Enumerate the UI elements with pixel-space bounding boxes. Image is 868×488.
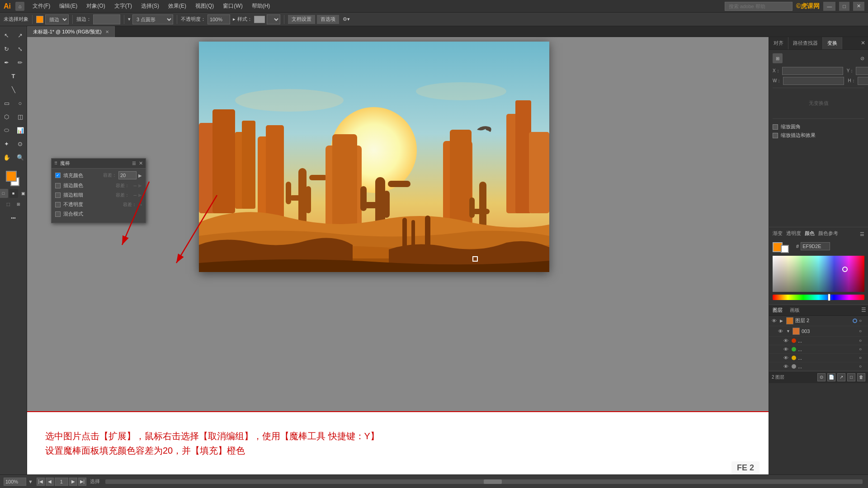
menu-effect[interactable]: 效果(E) <box>165 1 190 11</box>
sublayer-misc[interactable]: 👁 ... ○ <box>769 362 868 371</box>
tab-color-guide[interactable]: 颜色参考 <box>818 230 838 237</box>
menu-window[interactable]: 窗口(W) <box>219 1 246 11</box>
sublayer-green-eye[interactable]: 👁 <box>783 347 790 352</box>
rect-tool[interactable]: ▭ <box>0 97 13 109</box>
menu-view[interactable]: 视图(Q) <box>192 1 217 11</box>
tab-transparency[interactable]: 透明度 <box>786 230 801 237</box>
maximize-button[interactable]: □ <box>839 2 849 11</box>
menu-object[interactable]: 对象(O) <box>83 1 108 11</box>
document-tab[interactable]: 未标题-1* @ 100% (RGB/预览) ✕ <box>27 26 115 37</box>
sublayer-red[interactable]: 👁 ... ○ <box>769 337 868 345</box>
h-input[interactable] <box>858 77 868 85</box>
menu-type[interactable]: 文字(T) <box>111 1 136 11</box>
zoom-arrow[interactable]: ▼ <box>28 479 33 484</box>
layer2-eye[interactable]: 👁 <box>772 318 778 324</box>
fill-tolerance-input[interactable] <box>118 171 137 179</box>
chart-tool[interactable]: 📊 <box>14 124 27 136</box>
layer003-expand[interactable]: ▼ <box>786 329 791 333</box>
tab-color[interactable]: 颜色 <box>805 230 815 237</box>
scale-stroke-checkbox[interactable] <box>773 133 778 138</box>
y-input[interactable] <box>856 67 868 75</box>
sublayer-red-vis[interactable]: ○ <box>859 338 865 343</box>
home-button[interactable]: ⌂ <box>15 2 24 11</box>
pen-tool[interactable]: ✒ <box>0 56 13 69</box>
foreground-color[interactable] <box>6 171 17 182</box>
layers-delete[interactable]: 🗑 <box>857 373 865 381</box>
color-picker[interactable] <box>773 256 864 292</box>
type-tool[interactable]: T <box>7 70 20 82</box>
scrollbar-thumb[interactable] <box>484 479 502 484</box>
opacity-checkbox[interactable] <box>55 202 61 207</box>
layers-create-new[interactable]: 📄 <box>827 373 835 381</box>
layer003-vis[interactable]: ○ <box>859 328 865 333</box>
menu-select[interactable]: 选择(S) <box>137 1 163 11</box>
panel-close[interactable]: ✕ <box>858 37 868 49</box>
full-mode[interactable]: ▣ <box>19 189 28 198</box>
zoom-input[interactable] <box>4 478 26 486</box>
gradient-tool[interactable]: ◫ <box>14 110 27 123</box>
hex-input[interactable] <box>801 242 830 250</box>
next-page-btn[interactable]: ▶ <box>69 478 77 486</box>
style-select[interactable] <box>267 14 280 24</box>
layer2-expand[interactable]: ▶ <box>780 319 784 323</box>
select-tool[interactable]: ↖ <box>0 29 13 42</box>
menu-file[interactable]: 文件(F) <box>29 1 54 11</box>
stroke-select[interactable]: 描边 <box>45 14 69 24</box>
fill-color-checkbox[interactable]: ✓ <box>55 173 61 178</box>
sublayer-red-eye[interactable]: 👁 <box>783 338 790 343</box>
tab-align[interactable]: 对齐 <box>769 37 788 49</box>
no-transform-icon[interactable]: ⊘ <box>860 56 864 61</box>
paintbucket-tool[interactable]: ⬡ <box>0 110 13 123</box>
prefs-icon[interactable]: ⚙▾ <box>343 16 350 22</box>
layer003-eye[interactable]: 👁 <box>778 328 784 334</box>
magic-wand-tool[interactable]: ✦ <box>0 137 13 150</box>
hue-thumb[interactable] <box>828 294 830 301</box>
tab-transform[interactable]: 变换 <box>823 37 842 49</box>
sublayer-misc-eye[interactable]: 👁 <box>783 364 790 369</box>
menu-help[interactable]: 帮助(H) <box>248 1 274 11</box>
hand-tool[interactable]: ✋ <box>0 151 13 164</box>
close-button[interactable]: ✕ <box>853 2 864 11</box>
scale-tool[interactable]: ⤡ <box>14 42 27 55</box>
point-select[interactable]: 3 点圆形 <box>132 14 173 24</box>
layers-collect[interactable]: □ <box>847 373 855 381</box>
line-tool[interactable]: ╲ <box>7 83 20 96</box>
layer2-vis[interactable]: ○ <box>859 318 865 323</box>
prev-page-btn[interactable]: ◀ <box>46 478 54 486</box>
more-tools[interactable]: ••• <box>7 211 20 224</box>
tab-layers[interactable]: 图层 <box>769 305 786 315</box>
sublayer-green[interactable]: 👁 ... ○ <box>769 345 868 354</box>
style-swatch[interactable] <box>254 16 265 23</box>
tolerance-arrow[interactable]: ▶ <box>138 173 142 178</box>
sublayer-green-vis[interactable]: ○ <box>859 347 865 352</box>
horizontal-scrollbar[interactable] <box>105 479 863 484</box>
first-page-btn[interactable]: |◀ <box>37 478 45 486</box>
page-input[interactable] <box>55 478 68 486</box>
direct-select-tool[interactable]: ↗ <box>14 29 27 42</box>
menu-edit[interactable]: 编辑(E) <box>56 1 81 11</box>
bg-swatch[interactable] <box>781 245 789 253</box>
magic-wand-close[interactable]: ✕ <box>139 160 143 166</box>
opacity-input[interactable] <box>208 14 230 24</box>
search-input[interactable] <box>725 2 793 11</box>
stroke-color-checkbox[interactable] <box>55 183 61 188</box>
layers-menu[interactable]: ☰ <box>859 305 868 315</box>
w-input[interactable] <box>783 77 844 85</box>
opacity-arrow[interactable]: ▸ <box>233 16 236 22</box>
preferences-button[interactable]: 首选项 <box>317 15 339 24</box>
hue-slider[interactable] <box>773 295 864 300</box>
grid-icon[interactable]: ⊞ <box>773 53 783 63</box>
mask-mode[interactable]: ■ <box>9 189 18 198</box>
x-input[interactable] <box>782 67 843 75</box>
stroke-weight-checkbox[interactable] <box>55 192 61 198</box>
layers-make-mask[interactable]: ⊙ <box>817 373 826 381</box>
blend-mode-checkbox[interactable] <box>55 211 61 217</box>
tab-pathfinder[interactable]: 路径查找器 <box>788 37 823 49</box>
ellipse-tool[interactable]: ○ <box>14 97 27 109</box>
tab-close[interactable]: ✕ <box>105 29 109 34</box>
sublayer-misc-vis[interactable]: ○ <box>859 364 865 369</box>
zoom-tool[interactable]: 🔍 <box>14 151 27 164</box>
mw-options[interactable]: ☰ <box>132 161 136 166</box>
screen-mode[interactable]: ⬚ <box>4 200 13 209</box>
sublayer-yellow[interactable]: 👁 ... ○ <box>769 354 868 362</box>
